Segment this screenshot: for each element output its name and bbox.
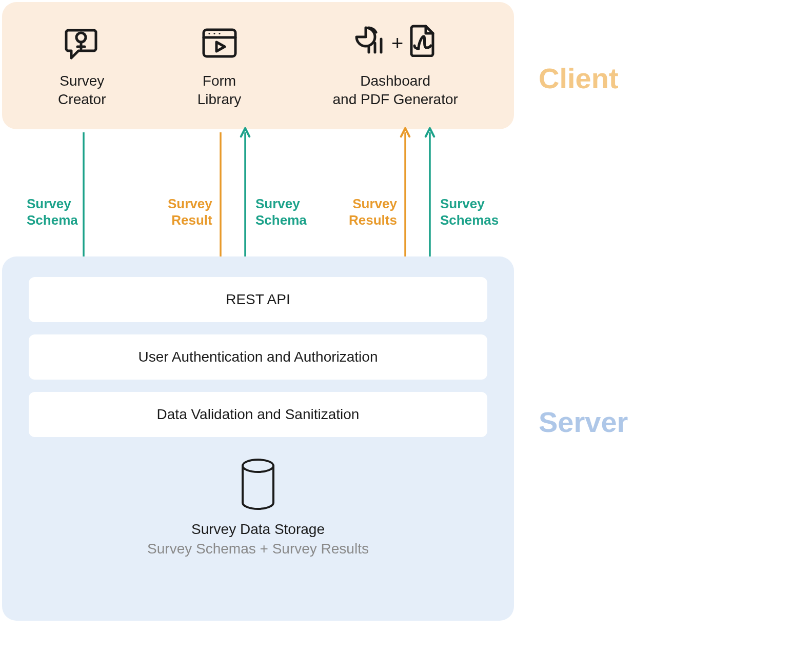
svg-point-0 [76, 33, 86, 42]
survey-creator-icon [64, 23, 100, 64]
server-box: REST API User Authentication and Authori… [2, 256, 514, 621]
arrow-label-result: SurveyResult [168, 179, 212, 229]
client-label: Client [539, 62, 619, 95]
svg-point-17 [243, 460, 273, 472]
storage-sub: Survey Schemas + Survey Results [147, 541, 369, 557]
client-box: Survey Creator Form Library [2, 2, 514, 129]
server-rest-api: REST API [29, 277, 487, 322]
plus-icon: + [391, 30, 403, 56]
svg-marker-8 [216, 42, 225, 51]
server-validation: Data Validation and Sanitization [29, 392, 487, 437]
client-item-label-line2: Library [197, 90, 242, 109]
server-auth: User Authentication and Authorization [29, 334, 487, 380]
client-survey-creator: Survey Creator [58, 23, 106, 109]
client-item-label-line1: Form [203, 72, 236, 90]
server-label: Server [539, 405, 628, 439]
client-form-library: Form Library [197, 23, 242, 109]
storage-title: Survey Data Storage [191, 521, 325, 538]
svg-point-6 [213, 33, 215, 34]
client-item-label-line2: and PDF Generator [333, 90, 458, 109]
arrow-label-schema-1: SurveySchema [27, 179, 78, 229]
svg-point-5 [208, 33, 210, 34]
client-dashboard-pdf: + Dashboard and PDF Generator [333, 23, 458, 109]
arrow-label-results: SurveyResults [349, 179, 397, 229]
architecture-diagram: Survey Creator Form Library [0, 0, 792, 672]
client-item-label-line1: Survey [60, 72, 104, 90]
server-storage: Survey Data Storage Survey Schemas + Sur… [29, 458, 487, 557]
client-item-label-line1: Dashboard [360, 72, 430, 90]
dashboard-icon [354, 26, 385, 60]
form-library-icon [201, 23, 238, 64]
arrow-label-schemas: SurveySchemas [440, 179, 499, 229]
svg-point-7 [219, 33, 220, 34]
database-icon [238, 458, 278, 513]
client-item-label-line2: Creator [58, 90, 106, 109]
pdf-icon [409, 24, 436, 62]
arrow-label-schema-2: SurveySchema [255, 179, 307, 229]
